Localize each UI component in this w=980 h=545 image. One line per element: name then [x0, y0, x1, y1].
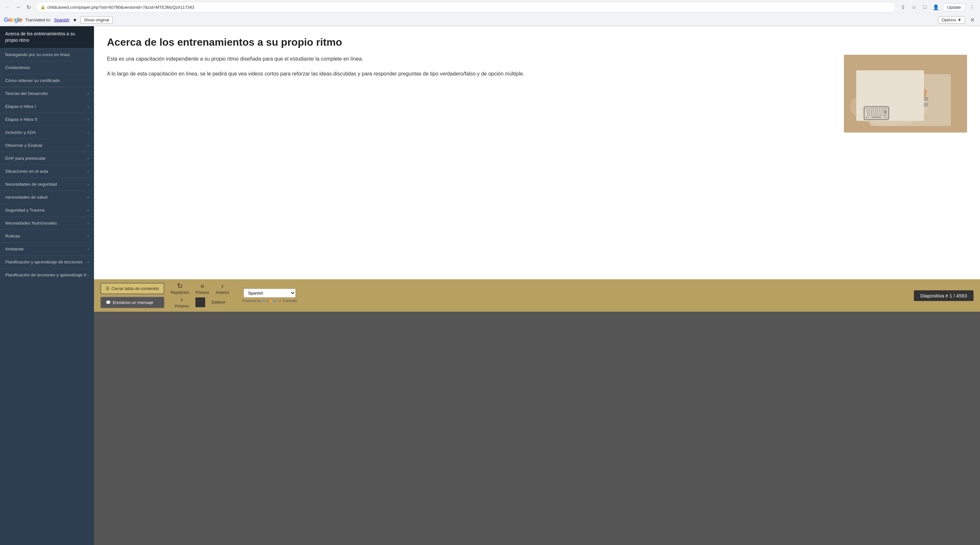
sidebar-item-salud[interactable]: necesidades de salud ›: [0, 191, 94, 203]
svg-rect-10: [873, 103, 880, 106]
chevron-icon: ›: [88, 156, 89, 161]
content-body: Esta es una capacitación independiente a…: [107, 55, 967, 132]
toolbar-right: ⇧ ☆ □ 👤 Update ⋮: [898, 3, 977, 12]
svg-rect-4: [881, 97, 888, 101]
bottom-buttons: ☰ Cerrar tabla de contenido 💬 Envíanos u…: [100, 283, 164, 308]
svg-rect-6: [897, 97, 904, 101]
svg-point-18: [915, 85, 921, 97]
nav-buttons: ← → ↻: [3, 3, 33, 12]
chevron-icon: ›: [88, 130, 89, 135]
sidebar-item-navegando[interactable]: Navegando por su curso en línea: [0, 48, 94, 61]
paragraph2: A lo largo de esta capacitación en línea…: [107, 70, 834, 78]
chat-icon: 💬: [106, 300, 111, 305]
sidebar-item-planificacion1[interactable]: Planificación y aprendizaje de lecciones…: [0, 255, 94, 268]
close-toc-button[interactable]: ☰ Cerrar tabla de contenido: [100, 283, 164, 294]
browser-chrome: ← → ↻ 🔒 childcareed.com/player.php?sid=6…: [0, 0, 980, 26]
sidebar-item-rutinas[interactable]: Rutinas ›: [0, 229, 94, 242]
stop-button[interactable]: [196, 297, 205, 307]
bookmark-button[interactable]: ☆: [909, 3, 918, 12]
sidebar-item-trauma[interactable]: Seguridad y Trauma ›: [0, 203, 94, 216]
chevron-icon: ›: [88, 182, 89, 187]
update-button[interactable]: Update: [942, 3, 966, 11]
back-button[interactable]: ←: [3, 3, 12, 12]
sidebar-item-nutricionales[interactable]: Necesidades Nutricionales ›: [0, 216, 94, 229]
sidebar-item-observar[interactable]: Observar y Evaluar ›: [0, 139, 94, 152]
bottom-bar: ☰ Cerrar tabla de contenido 💬 Envíanos u…: [94, 279, 980, 312]
translate-bar: Google Translated to: Spanish ▼ Show ori…: [0, 14, 980, 26]
share-button[interactable]: ⇧: [898, 3, 907, 12]
sidebar-item-inclusion[interactable]: Inclusión y ADA ›: [0, 126, 94, 139]
forward-button[interactable]: →: [14, 3, 23, 12]
svg-point-16: [902, 86, 909, 98]
svg-point-17: [909, 84, 915, 97]
sidebar-item-dap[interactable]: DAP para preescolar ›: [0, 152, 94, 165]
profile-button[interactable]: 👤: [931, 3, 940, 12]
chevron-icon: ›: [88, 195, 89, 200]
chevron-icon: ›: [88, 117, 89, 122]
list-icon: ☰: [106, 286, 110, 291]
svg-rect-7: [905, 97, 912, 101]
chevron-icon: ›: [88, 234, 89, 238]
more-button[interactable]: ⋮: [968, 3, 977, 12]
show-original-button[interactable]: Show original: [80, 16, 113, 24]
sidebar-item-teorias[interactable]: Teorías del Desarrollo ›: [0, 87, 94, 100]
lock-icon: 🔒: [40, 5, 45, 10]
nav-row-top: ↻ Repetición « Primero ‹ Anterior: [171, 283, 229, 295]
dark-area: [94, 312, 980, 545]
svg-rect-2: [870, 74, 951, 126]
nav-row-bottom: › Próximo Detener: [175, 296, 226, 308]
repeat-icon: ↻: [177, 283, 183, 290]
next-control[interactable]: › Próximo: [175, 296, 189, 308]
svg-point-1: [850, 87, 928, 126]
close-translate-button[interactable]: ✕: [968, 16, 976, 24]
url-text: childcareed.com/player.php?sid=60780&ver…: [47, 5, 891, 10]
address-bar[interactable]: 🔒 childcareed.com/player.php?sid=60780&v…: [36, 2, 896, 12]
content-area: Acerca de los entrenamientos a su propio…: [94, 26, 980, 279]
page-layout: Acerca de los entrenamientos a su propio…: [0, 26, 980, 545]
google-text: G: [262, 299, 266, 303]
language-link[interactable]: Spanish: [54, 17, 69, 22]
svg-rect-9: [922, 97, 928, 101]
chevron-icon: ›: [88, 221, 89, 226]
paragraph1: Esta es una capacitación independiente a…: [107, 55, 834, 63]
laptop-image: [844, 55, 967, 132]
repeat-control[interactable]: ↻ Repetición: [171, 283, 189, 295]
previous-control[interactable]: ‹ Anterior: [215, 283, 229, 295]
main-content: Acerca de los entrenamientos a su propio…: [94, 26, 980, 545]
sidebar-item-certificado[interactable]: Cómo obtener su certificado: [0, 74, 94, 87]
tab-groups-button[interactable]: □: [920, 3, 929, 12]
sidebar-item-seguridad[interactable]: Necesidades de seguridad ›: [0, 178, 94, 191]
powered-by: Powered by Google Translate: [242, 299, 297, 303]
sidebar: Acerca de los entrenamientos a su propio…: [0, 26, 94, 545]
sidebar-item-etapas1[interactable]: Etapas e Hitos I ›: [0, 100, 94, 113]
svg-rect-13: [897, 103, 907, 106]
first-control[interactable]: « Primero: [196, 283, 209, 295]
sidebar-item-ambiente[interactable]: Ambiente ›: [0, 242, 94, 255]
send-message-button[interactable]: 💬 Envíanos un mensaje: [100, 297, 164, 308]
svg-rect-15: [917, 103, 928, 106]
svg-rect-8: [913, 97, 920, 101]
chevron-icon: ›: [88, 104, 89, 109]
chevron-icon: ›: [88, 208, 89, 213]
sidebar-item-planificacion2[interactable]: Planificación de lecciones y aprendizaje…: [0, 268, 94, 281]
page-title: Acerca de los entrenamientos a su propio…: [107, 36, 967, 48]
svg-rect-3: [873, 97, 880, 101]
first-icon: «: [200, 283, 204, 290]
chevron-icon: ›: [88, 169, 89, 174]
svg-rect-11: [881, 103, 888, 106]
svg-rect-14: [909, 103, 915, 106]
next-icon: ›: [180, 296, 183, 303]
sidebar-item-contactenos[interactable]: Contáctenos: [0, 61, 94, 74]
chevron-icon: ›: [88, 273, 89, 277]
slide-info: Diapositiva # 1 / 4583: [914, 290, 974, 301]
options-button[interactable]: Options ▼: [938, 16, 965, 24]
chevron-icon: ›: [88, 260, 89, 264]
translate-widget: Spanish Powered by Google Translate: [242, 289, 297, 303]
svg-rect-12: [889, 103, 896, 106]
sidebar-item-situaciones[interactable]: Situaciones en el aula ›: [0, 165, 94, 178]
language-select[interactable]: Spanish: [244, 289, 296, 297]
sidebar-item-active[interactable]: Acerca de los entrenamientos a su propio…: [0, 26, 94, 48]
translated-to-label: Translated to:: [25, 17, 51, 22]
sidebar-item-etapas2[interactable]: Etapas e Hitos II ›: [0, 113, 94, 126]
reload-button[interactable]: ↻: [24, 3, 33, 12]
